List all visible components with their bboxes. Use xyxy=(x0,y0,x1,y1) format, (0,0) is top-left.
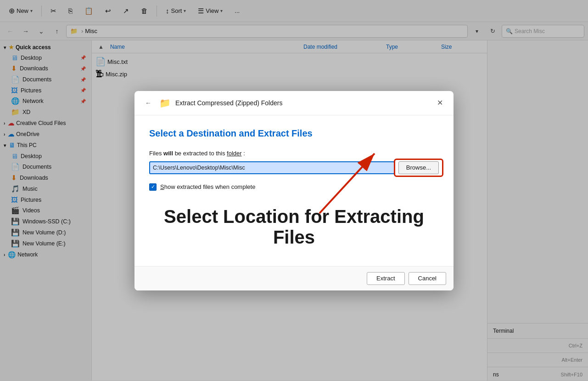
dialog-checkbox-row: ✓ Show extracted files when complete xyxy=(149,183,439,191)
dialog-desc-underline: folder xyxy=(227,150,242,157)
browse-btn-wrapper: Browse... xyxy=(398,161,439,174)
dialog-titlebar: ← 📁 Extract Compressed (Zipped) Folders … xyxy=(134,91,454,115)
dialog-close-button[interactable]: ✕ xyxy=(433,97,446,109)
dialog-checkbox-label: Show extracted files when complete xyxy=(160,183,255,190)
checkbox-label-s: S xyxy=(160,183,164,190)
dialog-body: Select a Destination and Extract Files F… xyxy=(134,115,454,266)
dialog-description: Files will be extracted to this folder : xyxy=(149,150,439,157)
dialog-desc-part1: Files xyxy=(149,150,163,157)
dialog-heading: Select a Destination and Extract Files xyxy=(149,128,439,139)
dialog-path-input[interactable] xyxy=(149,161,395,174)
dialog-folder-icon: 📁 xyxy=(159,97,171,108)
checkbox-label-rest: how extracted files when complete xyxy=(164,183,256,190)
dialog: ← 📁 Extract Compressed (Zipped) Folders … xyxy=(134,91,454,290)
dialog-back-button[interactable]: ← xyxy=(142,97,155,109)
browse-button[interactable]: Browse... xyxy=(398,161,439,174)
dialog-overlay: ← 📁 Extract Compressed (Zipped) Folders … xyxy=(0,0,588,381)
dialog-desc-end: : xyxy=(243,150,245,157)
dialog-path-row: Browse... xyxy=(149,161,439,174)
dialog-checkbox[interactable]: ✓ xyxy=(149,183,157,191)
big-annotation-label: Select Location for Extracting Files xyxy=(149,202,439,248)
dialog-desc-bold: will xyxy=(163,150,173,157)
extract-button[interactable]: Extract xyxy=(367,272,404,285)
dialog-footer: Extract Cancel xyxy=(134,266,454,290)
checkbox-check-icon: ✓ xyxy=(151,184,155,190)
dialog-title: Extract Compressed (Zipped) Folders xyxy=(175,99,282,107)
cancel-button[interactable]: Cancel xyxy=(409,272,446,285)
arrow-annotation: Select Location for Extracting Files xyxy=(149,202,439,248)
dialog-desc-part2: be extracted to this xyxy=(175,150,227,157)
